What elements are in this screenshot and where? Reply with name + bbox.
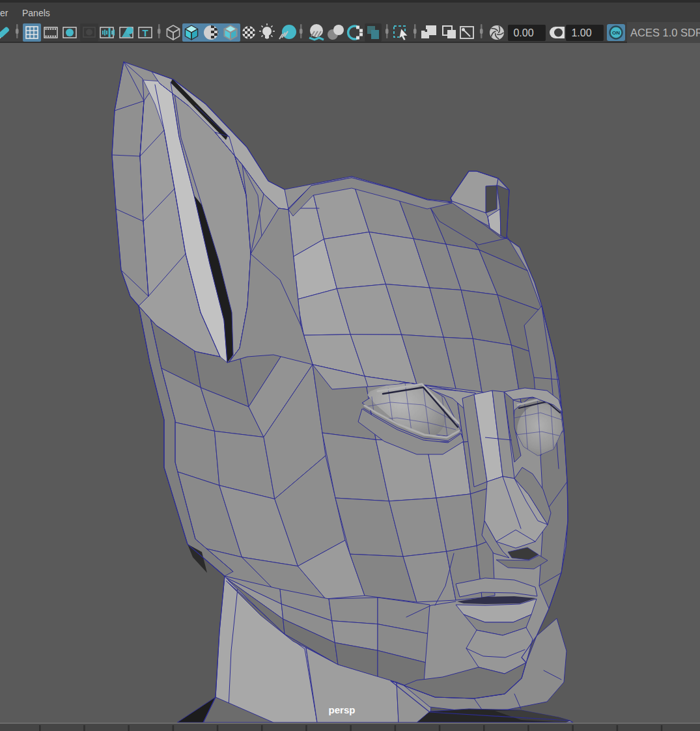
- svg-text:ON: ON: [612, 30, 620, 36]
- svg-text:er: er: [0, 8, 8, 18]
- svg-text:persp: persp: [329, 704, 356, 715]
- svg-text:T: T: [142, 27, 148, 38]
- svg-text:0.00: 0.00: [513, 27, 533, 38]
- svg-text:ACES 1.0 SDR-v: ACES 1.0 SDR-v: [630, 27, 700, 38]
- svg-text:1.00: 1.00: [571, 27, 591, 38]
- svg-text:Panels: Panels: [22, 8, 50, 18]
